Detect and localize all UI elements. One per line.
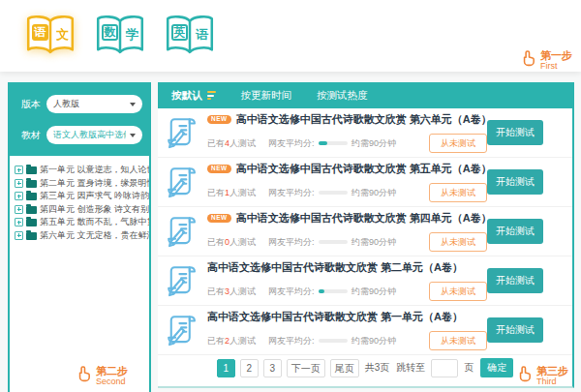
new-badge: NEW	[207, 165, 231, 174]
version-value: 人教版	[53, 98, 79, 110]
step-two-label: 第二步Second	[76, 365, 128, 387]
expand-plus-icon[interactable]	[15, 205, 23, 214]
folder-icon	[26, 232, 37, 240]
subject-tab-math[interactable]: 数 学	[94, 14, 146, 58]
unit-tree-item[interactable]: 第五单元 散而不乱，气脉中贯	[15, 216, 149, 229]
unit-label: 第六单元 文无定格，贵在鲜活	[40, 229, 149, 242]
folder-icon	[26, 206, 37, 214]
never-tested-button[interactable]: 从未测试	[429, 134, 487, 153]
unit-tree-item[interactable]: 第三单元 因声求气 吟咏诗韵	[15, 190, 149, 203]
sort-tab-label: 按默认	[171, 89, 202, 103]
jump-to-label: 跳转至	[396, 361, 425, 375]
sort-tab-update-time[interactable]: 按更新时间	[241, 89, 292, 103]
sort-tab-popularity[interactable]: 按测试热度	[317, 89, 368, 103]
total-pages-text: 共3页	[365, 361, 390, 375]
never-tested-button[interactable]: 从未测试	[429, 183, 487, 202]
duration-text: 约需90分钟	[352, 236, 396, 249]
test-info: NEW 高中语文选修中国古代诗歌散文欣赏 第五单元（A卷） 已有1人测试 网友平…	[207, 162, 487, 202]
last-page-button[interactable]: 尾页	[330, 359, 359, 377]
test-row: 高中语文选修中国古代诗歌散文欣赏 第一单元（A卷） 已有2人测试 网友平均分: …	[158, 306, 572, 355]
page-button-1[interactable]: 1	[217, 359, 235, 377]
average-score-bar	[319, 339, 348, 343]
start-test-button[interactable]: 开始测试	[487, 120, 543, 145]
scroll-pen-icon	[164, 213, 200, 250]
sidebar: 版本 人教版 教材 语文人教版高中选修 第一单元 以意逆志，知人论世 第二单元 …	[8, 82, 151, 392]
subject-char: 英	[171, 24, 188, 41]
average-score-label: 网友平均分:	[268, 187, 315, 199]
expand-plus-icon[interactable]	[15, 192, 23, 200]
unit-tree-item[interactable]: 第二单元 置身诗境，缘景明情	[15, 177, 149, 191]
subject-tab-english[interactable]: 英 语	[164, 14, 216, 58]
scroll-pen-icon	[164, 164, 200, 200]
expand-plus-icon[interactable]	[15, 231, 23, 240]
start-test-button[interactable]: 开始测试	[487, 268, 543, 293]
folder-icon	[26, 193, 37, 200]
page-button-3[interactable]: 3	[263, 359, 282, 377]
test-info: NEW 高中语文选修中国古代诗歌散文欣赏 第六单元（A卷） 已有4人测试 网友平…	[207, 112, 487, 153]
sidebar-filters: 版本 人教版 教材 语文人教版高中选修	[10, 84, 149, 156]
pagination: 1 2 3 下一页 尾页 共3页 跳转至 页 确定	[158, 358, 572, 377]
duration-text: 约需90分钟	[352, 335, 396, 347]
average-score-label: 网友平均分:	[268, 236, 315, 249]
subject-char: 语	[196, 26, 208, 44]
subject-char: 学	[126, 26, 138, 44]
average-score-bar	[319, 289, 348, 293]
test-title: 高中语文选修中国古代诗歌散文欣赏 第四单元（A卷）	[236, 211, 492, 226]
new-badge: NEW	[207, 214, 231, 224]
expand-plus-icon[interactable]	[15, 179, 23, 188]
material-value: 语文人教版高中选修	[53, 129, 126, 141]
header: 语 文 数 学 英 语	[0, 0, 581, 72]
expand-plus-icon[interactable]	[15, 166, 23, 174]
unit-tree: 第一单元 以意逆志，知人论世 第二单元 置身诗境，缘景明情 第三单元 因声求气 …	[10, 156, 149, 242]
duration-text: 约需90分钟	[352, 187, 396, 199]
average-score-label: 网友平均分:	[268, 286, 315, 298]
unit-tree-item[interactable]: 第四单元 创造形象 诗文有别	[15, 203, 149, 217]
test-list-panel: 按默认 按更新时间 按测试热度 NEW 高中语文选修中国古代诗歌散文欣赏 第六单…	[158, 82, 574, 388]
start-test-button[interactable]: 开始测试	[487, 169, 543, 195]
tested-count-text: 已有4人测试	[207, 137, 256, 150]
unit-label: 第五单元 散而不乱，气脉中贯	[40, 216, 149, 228]
test-row: NEW 高中语文选修中国古代诗歌散文欣赏 第四单元（A卷） 已有0人测试 网友平…	[158, 207, 572, 256]
unit-tree-item[interactable]: 第一单元 以意逆志，知人论世	[15, 164, 149, 177]
tested-count-text: 已有3人测试	[207, 286, 256, 298]
pointing-hand-icon	[517, 365, 534, 387]
goto-page-input[interactable]	[431, 359, 458, 377]
scroll-pen-icon	[164, 312, 200, 348]
unit-label: 第二单元 置身诗境，缘景明情	[40, 177, 149, 190]
never-tested-button[interactable]: 从未测试	[429, 232, 487, 252]
start-test-button[interactable]: 开始测试	[487, 317, 543, 343]
average-progress-fill	[319, 141, 327, 145]
step-subtitle: First	[540, 62, 572, 71]
material-select[interactable]: 语文人教版高中选修	[46, 126, 142, 144]
never-tested-button[interactable]: 从未测试	[429, 282, 487, 301]
pointing-hand-icon	[521, 49, 537, 72]
folder-icon	[26, 219, 37, 226]
expand-plus-icon[interactable]	[15, 218, 23, 226]
tested-count-text: 已有1人测试	[207, 187, 256, 199]
tested-count-text: 已有2人测试	[207, 335, 256, 347]
page-button-2[interactable]: 2	[240, 359, 259, 377]
confirm-button[interactable]: 确定	[480, 358, 513, 377]
unit-label: 第四单元 创造形象 诗文有别	[40, 203, 149, 216]
next-page-button[interactable]: 下一页	[287, 359, 325, 377]
page-unit-label: 页	[464, 361, 474, 375]
duration-text: 约需90分钟	[352, 286, 396, 298]
step-subtitle: Third	[536, 377, 568, 386]
sort-bar: 按默认 按更新时间 按测试热度	[158, 82, 572, 108]
average-score-label: 网友平均分:	[268, 137, 315, 150]
average-score-bar	[319, 141, 348, 145]
never-tested-button[interactable]: 从未测试	[429, 331, 487, 350]
tested-count-text: 已有0人测试	[207, 236, 256, 249]
unit-tree-item[interactable]: 第六单元 文无定格，贵在鲜活	[15, 229, 149, 243]
material-label: 教材	[21, 129, 41, 142]
version-select[interactable]: 人教版	[46, 95, 142, 113]
subject-tab-chinese[interactable]: 语 文	[24, 14, 76, 58]
test-info: 高中语文选修中国古代诗歌散文欣赏 第二单元（A卷） 已有3人测试 网友平均分: …	[207, 260, 487, 301]
step-subtitle: Second	[96, 377, 128, 386]
step-one-label: 第一步First	[521, 49, 572, 72]
sort-tab-default[interactable]: 按默认	[171, 89, 216, 103]
start-test-button[interactable]: 开始测试	[487, 219, 543, 244]
sort-tab-label: 按测试热度	[317, 89, 368, 103]
new-badge: NEW	[207, 115, 231, 125]
scroll-pen-icon	[164, 262, 200, 299]
